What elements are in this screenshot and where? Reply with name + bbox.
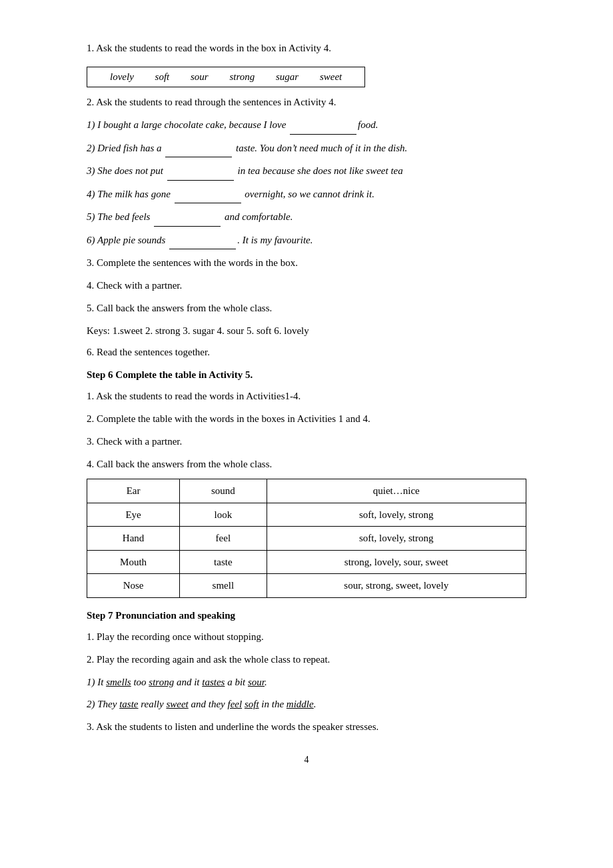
table-cell-mouth-words: strong, lovely, sour, sweet xyxy=(267,550,526,574)
sentence-4: 4) The milk has gone overnight, so we ca… xyxy=(87,186,526,204)
step7-2: 2. Play the recording again and ask the … xyxy=(87,651,526,667)
word-soft-p2: soft xyxy=(245,699,259,709)
senses-table: Ear sound quiet…nice Eye look soft, love… xyxy=(87,479,526,598)
step7-heading: Step 7 Pronunciation and speaking xyxy=(87,607,526,623)
table-cell-eye-words: soft, lovely, strong xyxy=(267,503,526,527)
step5-6: 6. Read the sentences together. xyxy=(87,344,526,360)
step5-intro: 1. Ask the students to read the words in… xyxy=(87,40,526,56)
word-lovely: lovely xyxy=(110,71,134,82)
word-smells: smells xyxy=(106,677,131,687)
step5-4: 4. Check with a partner. xyxy=(87,277,526,293)
table-cell-ear: Ear xyxy=(87,479,180,503)
table-cell-nose: Nose xyxy=(87,574,180,598)
step5-5: 5. Call back the answers from the whole … xyxy=(87,300,526,316)
word-strong: strong xyxy=(229,71,255,82)
pronunciation-sentence-2: 2) They taste really sweet and they feel… xyxy=(87,696,526,713)
word-sweet: sweet xyxy=(320,71,342,82)
table-cell-look: look xyxy=(180,503,267,527)
word-box: lovely soft sour strong sugar sweet xyxy=(87,67,365,87)
sentence-2: 2) Dried fish has a taste. You don’t nee… xyxy=(87,140,526,158)
step7-3: 3. Ask the students to listen and underl… xyxy=(87,719,526,735)
word-sour-p1: sour xyxy=(248,677,265,687)
table-cell-feel: feel xyxy=(180,527,267,551)
table-row: Ear sound quiet…nice xyxy=(87,479,526,503)
table-row: Hand feel soft, lovely, strong xyxy=(87,527,526,551)
step5-2: 2. Ask the students to read through the … xyxy=(87,94,526,110)
table-cell-taste: taste xyxy=(180,550,267,574)
table-cell-hand-words: soft, lovely, strong xyxy=(267,527,526,551)
table-cell-eye: Eye xyxy=(87,503,180,527)
word-soft: soft xyxy=(155,71,170,82)
table-cell-quiet-nice: quiet…nice xyxy=(267,479,526,503)
word-sour: sour xyxy=(191,71,209,82)
table-cell-sound: sound xyxy=(180,479,267,503)
sentence-1: 1) I bought a large chocolate cake, beca… xyxy=(87,117,526,135)
sentence-5: 5) The bed feels and comfortable. xyxy=(87,209,526,227)
table-cell-hand: Hand xyxy=(87,527,180,551)
word-tastes: tastes xyxy=(202,677,225,687)
word-strong-p1: strong xyxy=(149,677,174,687)
word-feel-p2: feel xyxy=(228,699,243,709)
blank-6 xyxy=(169,232,236,250)
sentence-3: 3) She does not put in tea because she d… xyxy=(87,163,526,181)
blank-3 xyxy=(167,163,234,181)
page-number: 4 xyxy=(87,755,526,765)
step6-heading: Step 6 Complete the table in Activity 5. xyxy=(87,367,526,383)
sentence-6: 6) Apple pie sounds . It is my favourite… xyxy=(87,232,526,250)
step6-3: 3. Check with a partner. xyxy=(87,433,526,449)
keys: Keys: 1.sweet 2. strong 3. sugar 4. sour… xyxy=(87,323,526,339)
step6-4: 4. Call back the answers from the whole … xyxy=(87,456,526,472)
table-row: Nose smell sour, strong, sweet, lovely xyxy=(87,574,526,598)
table-row: Eye look soft, lovely, strong xyxy=(87,503,526,527)
blank-5 xyxy=(154,209,221,227)
blank-1 xyxy=(290,117,356,135)
step5-3: 3. Complete the sentences with the words… xyxy=(87,255,526,271)
table-row: Mouth taste strong, lovely, sour, sweet xyxy=(87,550,526,574)
pronunciation-sentence-1: 1) It smells too strong and it tastes a … xyxy=(87,674,526,691)
table-cell-mouth: Mouth xyxy=(87,550,180,574)
step6-2: 2. Complete the table with the words in … xyxy=(87,411,526,427)
step6-1: 1. Ask the students to read the words in… xyxy=(87,388,526,404)
blank-4 xyxy=(175,186,241,204)
word-sweet-p2: sweet xyxy=(166,699,188,709)
word-middle-p2: middle xyxy=(287,699,314,709)
word-sugar: sugar xyxy=(276,71,299,82)
blank-2 xyxy=(165,140,232,158)
word-taste-p2: taste xyxy=(119,699,138,709)
table-cell-nose-words: sour, strong, sweet, lovely xyxy=(267,574,526,598)
step7-1: 1. Play the recording once without stopp… xyxy=(87,629,526,645)
table-cell-smell: smell xyxy=(180,574,267,598)
